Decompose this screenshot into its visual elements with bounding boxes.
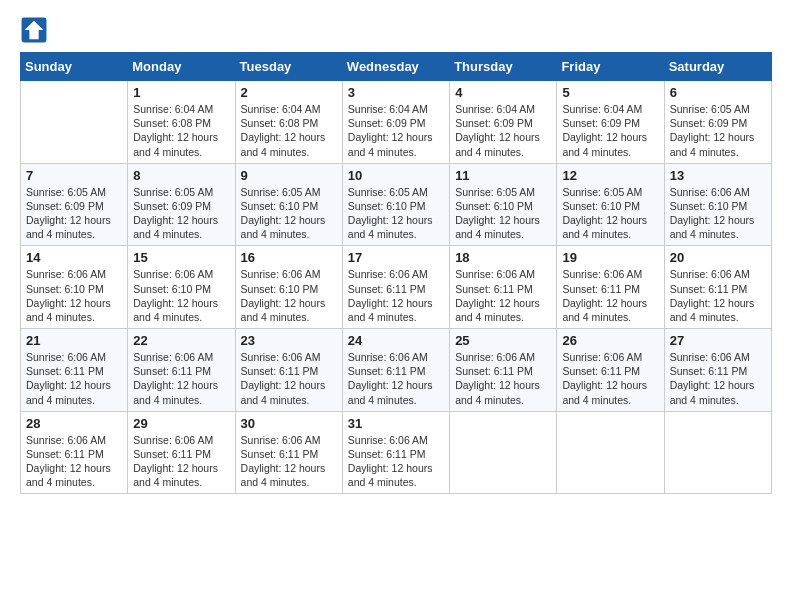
calendar-week-row: 21Sunrise: 6:06 AMSunset: 6:11 PMDayligh… [21,329,772,412]
calendar-cell: 12Sunrise: 6:05 AMSunset: 6:10 PMDayligh… [557,163,664,246]
day-number: 4 [455,85,551,100]
day-number: 1 [133,85,229,100]
day-number: 18 [455,250,551,265]
calendar-week-row: 1Sunrise: 6:04 AMSunset: 6:08 PMDaylight… [21,81,772,164]
calendar-cell: 5Sunrise: 6:04 AMSunset: 6:09 PMDaylight… [557,81,664,164]
calendar-cell: 9Sunrise: 6:05 AMSunset: 6:10 PMDaylight… [235,163,342,246]
day-number: 6 [670,85,766,100]
calendar-cell: 18Sunrise: 6:06 AMSunset: 6:11 PMDayligh… [450,246,557,329]
day-info: Sunrise: 6:06 AMSunset: 6:11 PMDaylight:… [348,433,444,490]
day-info: Sunrise: 6:06 AMSunset: 6:11 PMDaylight:… [670,267,766,324]
calendar-cell [557,411,664,494]
day-number: 28 [26,416,122,431]
day-info: Sunrise: 6:06 AMSunset: 6:11 PMDaylight:… [562,267,658,324]
day-number: 12 [562,168,658,183]
day-number: 2 [241,85,337,100]
calendar-cell: 31Sunrise: 6:06 AMSunset: 6:11 PMDayligh… [342,411,449,494]
calendar-cell [664,411,771,494]
day-info: Sunrise: 6:06 AMSunset: 6:11 PMDaylight:… [348,350,444,407]
day-number: 7 [26,168,122,183]
weekday-header-saturday: Saturday [664,53,771,81]
day-info: Sunrise: 6:06 AMSunset: 6:11 PMDaylight:… [133,433,229,490]
calendar-cell: 23Sunrise: 6:06 AMSunset: 6:11 PMDayligh… [235,329,342,412]
day-number: 15 [133,250,229,265]
calendar-table: SundayMondayTuesdayWednesdayThursdayFrid… [20,52,772,494]
day-info: Sunrise: 6:06 AMSunset: 6:11 PMDaylight:… [241,350,337,407]
day-info: Sunrise: 6:06 AMSunset: 6:10 PMDaylight:… [26,267,122,324]
day-info: Sunrise: 6:06 AMSunset: 6:11 PMDaylight:… [133,350,229,407]
day-info: Sunrise: 6:05 AMSunset: 6:09 PMDaylight:… [133,185,229,242]
day-number: 9 [241,168,337,183]
weekday-header-sunday: Sunday [21,53,128,81]
day-info: Sunrise: 6:06 AMSunset: 6:11 PMDaylight:… [670,350,766,407]
calendar-cell: 13Sunrise: 6:06 AMSunset: 6:10 PMDayligh… [664,163,771,246]
day-number: 10 [348,168,444,183]
day-info: Sunrise: 6:05 AMSunset: 6:10 PMDaylight:… [562,185,658,242]
weekday-header-tuesday: Tuesday [235,53,342,81]
calendar-cell: 6Sunrise: 6:05 AMSunset: 6:09 PMDaylight… [664,81,771,164]
calendar-cell: 4Sunrise: 6:04 AMSunset: 6:09 PMDaylight… [450,81,557,164]
day-info: Sunrise: 6:06 AMSunset: 6:11 PMDaylight:… [348,267,444,324]
day-info: Sunrise: 6:06 AMSunset: 6:11 PMDaylight:… [26,433,122,490]
day-number: 13 [670,168,766,183]
calendar-cell: 26Sunrise: 6:06 AMSunset: 6:11 PMDayligh… [557,329,664,412]
calendar-cell: 2Sunrise: 6:04 AMSunset: 6:08 PMDaylight… [235,81,342,164]
day-number: 29 [133,416,229,431]
day-info: Sunrise: 6:06 AMSunset: 6:10 PMDaylight:… [670,185,766,242]
day-number: 16 [241,250,337,265]
day-info: Sunrise: 6:05 AMSunset: 6:10 PMDaylight:… [455,185,551,242]
page-header [20,16,772,44]
calendar-cell: 14Sunrise: 6:06 AMSunset: 6:10 PMDayligh… [21,246,128,329]
calendar-cell: 27Sunrise: 6:06 AMSunset: 6:11 PMDayligh… [664,329,771,412]
day-number: 26 [562,333,658,348]
logo-icon [20,16,48,44]
day-info: Sunrise: 6:04 AMSunset: 6:09 PMDaylight:… [562,102,658,159]
calendar-cell: 8Sunrise: 6:05 AMSunset: 6:09 PMDaylight… [128,163,235,246]
calendar-cell: 15Sunrise: 6:06 AMSunset: 6:10 PMDayligh… [128,246,235,329]
calendar-cell: 22Sunrise: 6:06 AMSunset: 6:11 PMDayligh… [128,329,235,412]
day-info: Sunrise: 6:04 AMSunset: 6:08 PMDaylight:… [133,102,229,159]
day-number: 17 [348,250,444,265]
day-info: Sunrise: 6:05 AMSunset: 6:10 PMDaylight:… [348,185,444,242]
calendar-cell: 17Sunrise: 6:06 AMSunset: 6:11 PMDayligh… [342,246,449,329]
calendar-cell: 21Sunrise: 6:06 AMSunset: 6:11 PMDayligh… [21,329,128,412]
calendar-week-row: 28Sunrise: 6:06 AMSunset: 6:11 PMDayligh… [21,411,772,494]
day-info: Sunrise: 6:06 AMSunset: 6:11 PMDaylight:… [241,433,337,490]
calendar-cell: 20Sunrise: 6:06 AMSunset: 6:11 PMDayligh… [664,246,771,329]
day-info: Sunrise: 6:06 AMSunset: 6:11 PMDaylight:… [562,350,658,407]
day-number: 3 [348,85,444,100]
day-number: 27 [670,333,766,348]
day-info: Sunrise: 6:06 AMSunset: 6:10 PMDaylight:… [133,267,229,324]
day-number: 25 [455,333,551,348]
calendar-cell: 29Sunrise: 6:06 AMSunset: 6:11 PMDayligh… [128,411,235,494]
day-number: 5 [562,85,658,100]
day-info: Sunrise: 6:04 AMSunset: 6:09 PMDaylight:… [348,102,444,159]
calendar-week-row: 7Sunrise: 6:05 AMSunset: 6:09 PMDaylight… [21,163,772,246]
day-number: 24 [348,333,444,348]
calendar-cell [450,411,557,494]
day-number: 14 [26,250,122,265]
day-number: 30 [241,416,337,431]
calendar-cell: 10Sunrise: 6:05 AMSunset: 6:10 PMDayligh… [342,163,449,246]
day-number: 19 [562,250,658,265]
day-info: Sunrise: 6:06 AMSunset: 6:11 PMDaylight:… [26,350,122,407]
weekday-header-wednesday: Wednesday [342,53,449,81]
weekday-header-friday: Friday [557,53,664,81]
day-number: 22 [133,333,229,348]
day-number: 8 [133,168,229,183]
day-info: Sunrise: 6:06 AMSunset: 6:10 PMDaylight:… [241,267,337,324]
calendar-cell: 24Sunrise: 6:06 AMSunset: 6:11 PMDayligh… [342,329,449,412]
logo [20,16,52,44]
calendar-week-row: 14Sunrise: 6:06 AMSunset: 6:10 PMDayligh… [21,246,772,329]
day-info: Sunrise: 6:06 AMSunset: 6:11 PMDaylight:… [455,350,551,407]
calendar-cell: 28Sunrise: 6:06 AMSunset: 6:11 PMDayligh… [21,411,128,494]
day-number: 11 [455,168,551,183]
day-number: 20 [670,250,766,265]
calendar-cell: 7Sunrise: 6:05 AMSunset: 6:09 PMDaylight… [21,163,128,246]
day-info: Sunrise: 6:05 AMSunset: 6:10 PMDaylight:… [241,185,337,242]
day-number: 21 [26,333,122,348]
calendar-cell: 30Sunrise: 6:06 AMSunset: 6:11 PMDayligh… [235,411,342,494]
calendar-cell: 16Sunrise: 6:06 AMSunset: 6:10 PMDayligh… [235,246,342,329]
day-info: Sunrise: 6:04 AMSunset: 6:09 PMDaylight:… [455,102,551,159]
day-info: Sunrise: 6:04 AMSunset: 6:08 PMDaylight:… [241,102,337,159]
